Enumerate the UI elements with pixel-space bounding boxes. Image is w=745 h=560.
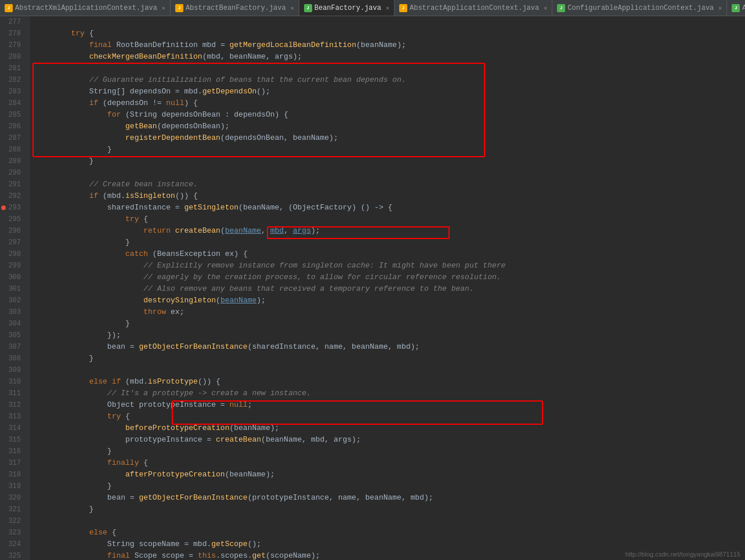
code-line-303: throw ex; [35, 306, 745, 318]
line-num-286: 286 [0, 121, 26, 132]
code-line-298: catch (BeansException ex) { [35, 248, 745, 260]
tab-beanfactory[interactable]: J BeanFactory.java ✕ [299, 0, 395, 16]
line-num-309: 309 [0, 364, 26, 376]
code-line-278: try { [35, 28, 745, 39]
java-icon: J [557, 4, 565, 12]
code-line-301: // Also remove any beans that received a… [35, 283, 745, 295]
tab-bar[interactable]: J AbstractXmlApplicationContext.java ✕ J… [0, 0, 745, 16]
tab-close-icon[interactable]: ✕ [544, 5, 547, 12]
line-num-323: 323 [0, 527, 26, 539]
java-icon: J [175, 4, 183, 12]
line-num-324: 324 [0, 539, 26, 550]
line-num-287: 287 [0, 132, 26, 144]
tab-label: ConfigurableApplicationContext.java [567, 4, 714, 12]
line-num-279: 279 [0, 39, 26, 51]
line-num-320: 320 [0, 492, 26, 504]
line-num-289: 289 [0, 156, 26, 167]
line-num-303: 303 [0, 306, 26, 318]
code-line-307: bean = getObjectForBeanInstance(sharedIn… [35, 341, 745, 353]
code-line-305: }); [35, 330, 745, 341]
watermark: http://blog.csdn.net/tongyangkai9871115 [625, 551, 740, 558]
code-line-314: beforePrototypeCreation(beanName); [35, 422, 745, 434]
tab-close-icon[interactable]: ✕ [162, 5, 165, 12]
line-num-319: 319 [0, 480, 26, 492]
line-num-290: 290 [0, 167, 26, 179]
code-line-287: registerDependentBean(dependsOnBean, bea… [35, 132, 745, 144]
line-num-313: 313 [0, 411, 26, 422]
line-num-300: 300 ─ [0, 272, 26, 283]
line-num-317: 317 [0, 457, 26, 469]
line-num-292: 292 [0, 190, 26, 202]
line-num-322: 322 [0, 515, 26, 527]
code-content[interactable]: try { final RootBeanDefinition mbd = get… [30, 16, 745, 560]
tab-applicationcontext[interactable]: J ApplicationContext.java ✕ [727, 0, 745, 16]
code-line-308: } [35, 353, 745, 364]
code-line-289: } [35, 156, 745, 167]
code-line-284: if (dependsOn != null) { [35, 97, 745, 109]
line-num-285: 285 [0, 109, 26, 121]
tab-label: AbstractApplicationContext.java [410, 4, 539, 12]
line-num-278: 278 [0, 28, 26, 39]
tab-label: AbstractBeanFactory.java [186, 4, 286, 12]
line-num-280: 280 [0, 51, 26, 63]
code-line-290 [35, 167, 745, 179]
code-editor[interactable]: try { final RootBeanDefinition mbd = get… [30, 16, 745, 560]
code-line-281 [35, 63, 745, 74]
code-line-297: } [35, 237, 745, 248]
code-line-322 [35, 515, 745, 527]
code-line-320: bean = getObjectForBeanInstance(prototyp… [35, 492, 745, 504]
code-line-319: } [35, 480, 745, 492]
tab-label: BeanFactory.java [314, 4, 381, 12]
code-line-285: for (String dependsOnBean : dependsOn) { [35, 109, 745, 121]
tab-close-icon[interactable]: ✕ [291, 5, 294, 12]
code-line-302: destroySingleton(beanName); [35, 295, 745, 306]
tab-label: AbstractXmlApplicationContext.java [15, 4, 157, 12]
line-num-321: 321 [0, 504, 26, 515]
code-line-323: else { [35, 527, 745, 539]
tab-abstractxml[interactable]: J AbstractXmlApplicationContext.java ✕ [0, 0, 171, 16]
code-line-311: // It's a prototype -> create a new inst… [35, 388, 745, 399]
code-line-309 [35, 364, 745, 376]
tab-close-icon[interactable]: ✕ [386, 5, 389, 12]
code-line-279: final RootBeanDefinition mbd = getMerged… [35, 39, 745, 51]
line-num-295: 295 [0, 214, 26, 225]
line-num-284: 284 [0, 97, 26, 109]
line-num-301: 301 ─ [0, 283, 26, 295]
tab-abstractapplication[interactable]: J AbstractApplicationContext.java ✕ [395, 0, 552, 16]
line-num-297: 297 [0, 237, 26, 248]
line-num-282: 282 [0, 74, 26, 86]
tab-close-icon[interactable]: ✕ [718, 5, 722, 12]
line-num-312: 312 [0, 399, 26, 411]
code-line-310: else if (mbd.isPrototype()) { [35, 376, 745, 388]
code-line-282: // Guarantee initialization of beans tha… [35, 74, 745, 86]
tab-label: ApplicationContext.java [742, 4, 745, 12]
ide-window: J AbstractXmlApplicationContext.java ✕ J… [0, 0, 745, 560]
tab-configurableapplication[interactable]: J ConfigurableApplicationContext.java ✕ [552, 0, 727, 16]
code-line-295: try { [35, 214, 745, 225]
code-line-312: Object prototypeInstance = null; [35, 399, 745, 411]
line-num-325: 325 [0, 550, 26, 560]
code-line-299: // Explicitly remove instance from singl… [35, 260, 745, 272]
code-line-293: sharedInstance = getSingleton(beanName, … [35, 202, 745, 214]
tab-abstractbeanfactory[interactable]: J AbstractBeanFactory.java ✕ [171, 0, 299, 16]
code-line-317: finally { [35, 457, 745, 469]
line-num-315: 315 [0, 434, 26, 446]
code-line-280: checkMergedBeanDefinition(mbd, beanName,… [35, 51, 745, 63]
line-num-316: 316 [0, 446, 26, 457]
code-line-286: getBean(dependsOnBean); [35, 121, 745, 132]
java-icon: J [304, 4, 312, 12]
line-numbers: 277 278 279 280 281 282 283 284 285 286 … [0, 16, 30, 560]
code-line-324: String scopeName = mbd.getScope(); [35, 539, 745, 550]
code-line-304: } [35, 318, 745, 330]
line-num-318: 318 [0, 469, 26, 480]
java-icon: J [5, 4, 13, 12]
code-line-283: String[] dependsOn = mbd.getDependsOn(); [35, 86, 745, 97]
line-num-288: 288 [0, 144, 26, 156]
line-num-291: 291 [0, 179, 26, 190]
code-line-277 [35, 16, 745, 28]
code-line-318: afterPrototypeCreation(beanName); [35, 469, 745, 480]
code-line-313: try { [35, 411, 745, 422]
line-num-305: 305 [0, 330, 26, 341]
code-line-288: } [35, 144, 745, 156]
code-line-292: if (mbd.isSingleton()) { [35, 190, 745, 202]
